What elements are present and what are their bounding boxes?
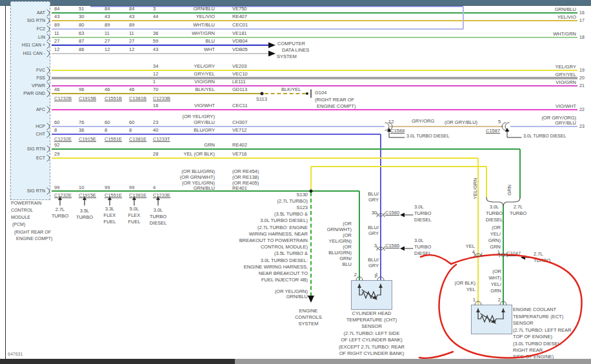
pin-number: 36 [79, 128, 84, 134]
connector-name[interactable]: C1915E [79, 193, 96, 199]
wire-hs1can-minus-wht [52, 53, 268, 55]
engine-note: 2.7L [514, 205, 523, 210]
engine-note: DIESEL [414, 217, 432, 223]
sensor-label: (3.0L TURBO DIESEL: [513, 341, 562, 347]
right-row-number: 17 [579, 18, 585, 23]
pin-number: 60 [129, 120, 134, 126]
wire-color-label: YEL [466, 287, 476, 293]
pin-number: 23 [153, 120, 158, 126]
connector-name[interactable]: C1233B [153, 96, 170, 102]
engine-note: DIESEL [486, 217, 503, 223]
wire-hcp-gryblu-left [52, 126, 385, 127]
pin-number: 5 [498, 119, 501, 125]
connector-name[interactable]: C1588 [390, 128, 405, 134]
pin-number: 87 [79, 39, 84, 45]
connector-name[interactable]: C1232E [54, 193, 72, 199]
pin-number: 11 [105, 31, 110, 37]
wire-color-label: YEL/VIO [196, 14, 215, 20]
right-wire-label: YEL/GRY [556, 65, 576, 70]
pcm-pin-label: VPWR [32, 83, 45, 88]
wire-color-label: GRY/YEL [194, 72, 215, 77]
connector-name[interactable]: C1915B [79, 96, 96, 102]
right-row-number: 19 [579, 68, 585, 73]
connector-name[interactable]: C1047 [506, 251, 521, 257]
wire-color-label: (OR [492, 269, 501, 275]
wire-sigrtn-yelvio [52, 20, 577, 21]
pin-number: 59 [153, 39, 158, 45]
wire-color-label: YEL/GRN [473, 178, 479, 199]
wire-color-label: YEL/ [491, 282, 501, 288]
system-dest: CONTROLS [295, 315, 322, 321]
connector-name[interactable]: C1551B [105, 96, 122, 102]
connector-name[interactable]: C1551E [105, 193, 122, 199]
engine-label: 2.7L [55, 207, 65, 213]
pcm-pin-label: HCP [35, 124, 45, 129]
pin-number: 84 [129, 6, 134, 12]
splice-note: WIRING HARNESS, NEAR [249, 232, 308, 238]
connector-name[interactable]: C1381E [129, 193, 146, 199]
system-dest: ENGINE [299, 308, 318, 314]
wire-color-label: GRY [368, 197, 379, 203]
wire-fvc-yelgry [52, 70, 577, 71]
wire-color-label: YEL/ [490, 232, 501, 238]
connector-name[interactable]: C1915E [79, 137, 96, 143]
pin-number: 27 [129, 39, 134, 45]
pin-number: 8 [129, 128, 132, 134]
engine-note: 3.0L TURBO DIESEL [406, 134, 450, 139]
connector-name[interactable]: C1586 [385, 243, 399, 249]
splice-note: (2.7L TURBO: ENGINE [257, 225, 308, 231]
wire-color-label: GRN/BLU [194, 186, 215, 192]
pin-number: 12 [105, 47, 110, 53]
wire-color-label: GRY [368, 231, 379, 237]
pin-number: 34 [153, 64, 158, 70]
connector-name[interactable]: C1551E [105, 137, 122, 143]
splice-note: (3.5L TURBO & [274, 251, 308, 257]
wire-yelgrn-to-s130 [310, 167, 312, 190]
pin-number: 76 [79, 120, 84, 126]
sensor-label: (2.7L TURBO: LEFT SIDE [344, 331, 400, 337]
wire-yelgrn-horizontal [311, 166, 486, 167]
wire-cht-blugry-vertical [380, 134, 381, 280]
pcm-pin-label: HS1 CAN + [22, 43, 45, 48]
pin-number: 46 [105, 87, 110, 93]
pin-number: 1 [153, 79, 155, 85]
sensor-label: (EXCEPT 2.7L TURBO: REAR [339, 345, 405, 350]
circuit-id: RE402 [232, 143, 247, 148]
connector-name[interactable]: C1233T [153, 137, 170, 143]
engine-note: 3.0L TURBO DIESEL [523, 134, 566, 139]
right-row-number: 16 [579, 10, 585, 15]
circuit-id: RE401 [232, 186, 247, 192]
wire-color-label: GRN [204, 143, 215, 148]
pin-number: 43 [153, 47, 158, 53]
pin-number: 99 [54, 185, 59, 191]
engine-note: DIESEL [414, 251, 432, 257]
wire-fc2-top-run [90, 6, 463, 7]
pin-number: 43 [105, 14, 110, 20]
engine-label: 5.0L [130, 207, 139, 212]
wire-yelgrn-vertical [486, 167, 487, 198]
sensor-label: SENSOR [361, 324, 382, 330]
connector-name[interactable]: C1587 [486, 128, 500, 134]
connector-name[interactable]: C1381B [129, 96, 146, 102]
pcm-name-line: POWERTRAIN [11, 201, 41, 206]
connector-name[interactable]: C1580 [385, 210, 399, 216]
splice-note: ENGINE WIRING HARNESS, [244, 265, 308, 270]
circuit-id: VE203 [232, 64, 247, 70]
connector-name[interactable]: C1232B [54, 96, 72, 102]
wire-color-label: BLU [205, 39, 215, 45]
pin-number: 4 [153, 185, 155, 191]
wire-hs1can-plus-blu [52, 45, 268, 46]
pcm-name-line: CONTROL [11, 208, 33, 213]
pin-number: 28 [153, 152, 158, 157]
pin-number: 2 [354, 272, 357, 278]
pin-number: 12 [388, 119, 394, 125]
sensor-label: TOP OF ENGINE) [513, 334, 552, 340]
connector-name[interactable]: C1233E [153, 193, 170, 199]
engine-label: FUEL [128, 219, 140, 225]
engine-note: TURBO [414, 245, 431, 250]
pcm-pin-label: FC2 [37, 26, 45, 32]
connector-name[interactable]: C1381E [129, 137, 146, 143]
circuit-id: CEC01 [232, 23, 248, 28]
hcp-inline-connector [505, 123, 509, 130]
pin-number: 99 [129, 185, 134, 191]
